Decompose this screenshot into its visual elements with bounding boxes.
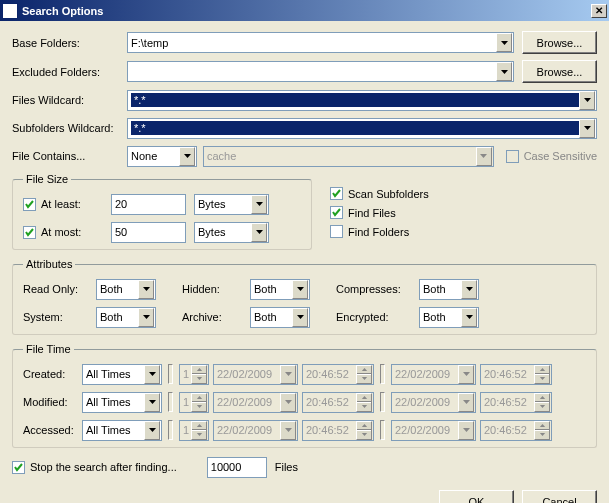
- at-most-input[interactable]: [111, 222, 186, 243]
- checkbox-icon: [23, 226, 36, 239]
- svg-marker-33: [196, 424, 201, 427]
- close-button[interactable]: ✕: [591, 4, 607, 18]
- read-only-label: Read Only:: [23, 283, 88, 295]
- chevron-down-icon[interactable]: [179, 147, 195, 166]
- excluded-folders-label: Excluded Folders:: [12, 66, 127, 78]
- svg-marker-8: [143, 287, 150, 291]
- svg-marker-38: [463, 428, 470, 432]
- file-contains-label: File Contains...: [12, 150, 127, 162]
- chevron-down-icon[interactable]: [461, 308, 477, 327]
- at-least-label: At least:: [41, 198, 81, 210]
- file-time-group: File Time Created:All Times122/02/200920…: [12, 343, 597, 448]
- compresses-combo[interactable]: Both: [419, 279, 479, 300]
- chevron-down-icon[interactable]: [144, 365, 160, 384]
- hidden-combo[interactable]: Both: [250, 279, 310, 300]
- separator: [380, 364, 385, 384]
- checkbox-icon: [506, 150, 519, 163]
- separator: [168, 364, 173, 384]
- accessed-date2: 22/02/2009: [391, 420, 476, 441]
- chevron-down-icon[interactable]: [496, 62, 512, 81]
- svg-marker-6: [256, 202, 263, 206]
- at-least-input[interactable]: [111, 194, 186, 215]
- spinner-icon: [191, 421, 207, 440]
- chevron-down-icon[interactable]: [579, 119, 595, 138]
- file-contains-mode-value: None: [131, 150, 179, 162]
- created-time2: 20:46:52: [480, 364, 552, 385]
- find-folders-checkbox[interactable]: Find Folders: [330, 225, 429, 238]
- chevron-down-icon[interactable]: [292, 280, 308, 299]
- accessed-mode-combo[interactable]: All Times: [82, 420, 162, 441]
- svg-marker-10: [466, 287, 473, 291]
- chevron-down-icon[interactable]: [138, 308, 154, 327]
- base-folders-label: Base Folders:: [12, 37, 127, 49]
- chevron-down-icon[interactable]: [496, 33, 512, 52]
- base-folders-combo[interactable]: F:\temp: [127, 32, 514, 53]
- files-wildcard-combo[interactable]: *.*: [127, 90, 597, 111]
- file-size-legend: File Size: [23, 173, 71, 185]
- excluded-folders-combo[interactable]: [127, 61, 514, 82]
- chevron-down-icon[interactable]: [144, 421, 160, 440]
- checkbox-icon: [23, 198, 36, 211]
- read-only-combo[interactable]: Both: [96, 279, 156, 300]
- case-sensitive-checkbox: Case Sensitive: [506, 150, 597, 163]
- svg-marker-19: [361, 377, 366, 380]
- chevron-down-icon[interactable]: [138, 280, 154, 299]
- window-title: Search Options: [22, 5, 591, 17]
- file-contains-text-value: cache: [207, 150, 476, 162]
- scan-subfolders-label: Scan Subfolders: [348, 188, 429, 200]
- encrypted-combo[interactable]: Both: [419, 307, 479, 328]
- compresses-label: Compresses:: [336, 283, 411, 295]
- chevron-down-icon: [458, 365, 474, 384]
- svg-marker-5: [480, 154, 487, 158]
- chevron-down-icon[interactable]: [144, 393, 160, 412]
- svg-marker-12: [297, 315, 304, 319]
- svg-marker-15: [196, 368, 201, 371]
- svg-marker-16: [196, 377, 201, 380]
- svg-marker-37: [361, 433, 366, 436]
- svg-marker-27: [361, 396, 366, 399]
- archive-combo[interactable]: Both: [250, 307, 310, 328]
- files-label: Files: [275, 461, 298, 473]
- system-combo[interactable]: Both: [96, 307, 156, 328]
- browse-base-button[interactable]: Browse...: [522, 31, 597, 54]
- at-most-checkbox[interactable]: At most:: [23, 226, 103, 239]
- checkbox-icon: [330, 206, 343, 219]
- browse-excluded-button[interactable]: Browse...: [522, 60, 597, 83]
- ok-button[interactable]: OK: [439, 490, 514, 503]
- modified-mode-combo[interactable]: All Times: [82, 392, 162, 413]
- accessed-time1: 20:46:52: [302, 420, 374, 441]
- svg-marker-2: [584, 98, 591, 102]
- chevron-down-icon[interactable]: [251, 223, 267, 242]
- cancel-button[interactable]: Cancel: [522, 490, 597, 503]
- system-label: System:: [23, 311, 88, 323]
- stop-after-input[interactable]: [207, 457, 267, 478]
- at-least-checkbox[interactable]: At least:: [23, 198, 103, 211]
- created-num: 1: [179, 364, 209, 385]
- svg-marker-32: [149, 428, 156, 432]
- svg-marker-28: [361, 405, 366, 408]
- checkbox-icon: [12, 461, 25, 474]
- checkbox-icon: [330, 225, 343, 238]
- chevron-down-icon[interactable]: [292, 308, 308, 327]
- svg-marker-31: [539, 405, 544, 408]
- separator: [168, 392, 173, 412]
- modified-date1: 22/02/2009: [213, 392, 298, 413]
- created-label: Created:: [23, 368, 78, 380]
- find-files-checkbox[interactable]: Find Files: [330, 206, 429, 219]
- attributes-legend: Attributes: [23, 258, 75, 270]
- chevron-down-icon[interactable]: [251, 195, 267, 214]
- chevron-down-icon[interactable]: [461, 280, 477, 299]
- at-least-unit-value: Bytes: [198, 198, 251, 210]
- svg-marker-17: [285, 372, 292, 376]
- stop-after-checkbox[interactable]: Stop the search after finding...: [12, 461, 177, 474]
- svg-marker-30: [539, 396, 544, 399]
- file-contains-mode-combo[interactable]: None: [127, 146, 197, 167]
- stop-after-label: Stop the search after finding...: [30, 461, 177, 473]
- created-mode-combo[interactable]: All Times: [82, 364, 162, 385]
- at-most-unit-combo[interactable]: Bytes: [194, 222, 269, 243]
- chevron-down-icon[interactable]: [579, 91, 595, 110]
- at-least-unit-combo[interactable]: Bytes: [194, 194, 269, 215]
- scan-subfolders-checkbox[interactable]: Scan Subfolders: [330, 187, 429, 200]
- subfolders-wildcard-combo[interactable]: *.*: [127, 118, 597, 139]
- accessed-num: 1: [179, 420, 209, 441]
